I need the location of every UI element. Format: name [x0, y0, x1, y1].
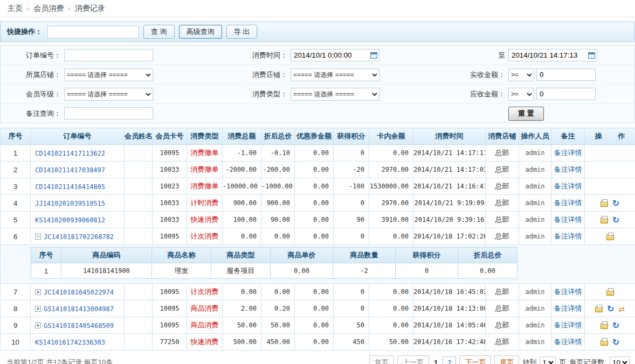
sub-cell-2: 理发 [152, 263, 211, 279]
consume-shop: 总部 [486, 178, 519, 195]
undo-consume-icon[interactable]: ↻ [612, 217, 619, 223]
to-label: 至 [459, 51, 508, 60]
points-earned: -100 [334, 178, 369, 195]
order-no-link[interactable]: CD1410211417113622 [35, 150, 105, 157]
order-no-link[interactable]: JJ1410201039510515 [35, 200, 105, 207]
quick-search-input[interactable] [47, 26, 139, 38]
sub-cell-7: 0.00 [458, 263, 517, 279]
calendar-icon[interactable] [588, 52, 595, 59]
member-card-no: 10095 [153, 284, 187, 300]
collapse-toggle[interactable]: − [35, 234, 41, 240]
pager: 首页 上一页 1 2 下一页 尾页 转到 1 页 每页记录数: 10 [369, 355, 630, 364]
member-level-select[interactable]: ===== 请选择 ===== [64, 88, 153, 101]
breadcrumb-member-consume[interactable]: 会员消费 [33, 4, 64, 13]
consume-shop-select[interactable]: ===== 请选择 ===== [291, 68, 379, 81]
print-icon[interactable] [595, 306, 603, 312]
remark-detail-link[interactable]: 备注详情 [554, 182, 582, 190]
undo-consume-icon[interactable]: ↻ [607, 306, 614, 312]
table-row: 1CD141021141711362210095消费撤单-1.00-0.100.… [1, 145, 635, 162]
reset-button[interactable]: 重 置 [508, 107, 544, 121]
order-no-link[interactable]: KS1410200939060812 [35, 216, 105, 224]
order-no-link[interactable]: GS1410181413004987 [44, 305, 114, 313]
page-link-2[interactable]: 2 [443, 356, 456, 364]
order-no-link[interactable]: GS1410181405468509 [44, 322, 114, 330]
order-no-link[interactable]: JC1410181702268782 [44, 233, 114, 241]
operator: admin [519, 317, 551, 334]
print-icon[interactable] [601, 201, 608, 207]
remark-detail-link[interactable]: 备注详情 [554, 199, 582, 207]
remark-detail-link[interactable]: 备注详情 [554, 149, 582, 157]
advanced-query-button[interactable]: 高级查询 [179, 25, 222, 39]
export-button[interactable]: 导 出 [226, 25, 258, 39]
remark-detail-link[interactable]: 备注详情 [554, 304, 582, 312]
sub-cell-6: 0 [396, 263, 458, 279]
goto-page-select[interactable]: 1 [540, 356, 556, 364]
operator: admin [519, 284, 551, 300]
order-no-label: 订单编号： [1, 51, 64, 60]
expand-toggle[interactable]: + [35, 306, 41, 312]
remark-cell: 备注详情 [551, 300, 585, 317]
query-button[interactable]: 查 询 [143, 25, 175, 39]
coupon-amount: 0.00 [295, 228, 334, 245]
consume-time: 2014/10/21 14:16:41 [413, 178, 486, 195]
actual-amount-op-select[interactable]: >= [508, 68, 534, 81]
undo-consume-icon[interactable]: ↻ [612, 323, 619, 329]
order-no-cell: +JC1410181645022974 [31, 284, 125, 300]
remark-query-input[interactable] [64, 107, 153, 120]
pagesize-select[interactable]: 10 [610, 356, 630, 364]
own-shop-select[interactable]: ===== 请选择 ===== [64, 68, 153, 81]
remark-cell: 备注详情 [551, 162, 585, 178]
row-no: 9 [1, 317, 31, 334]
return-goods-icon[interactable]: ⇄ [618, 306, 625, 312]
remark-detail-link[interactable]: 备注详情 [554, 232, 582, 240]
order-no-link[interactable]: CD1410211417038497 [35, 166, 105, 174]
coupon-amount: 0.00 [295, 178, 334, 195]
member-card-no: 10033 [153, 212, 187, 228]
receivable-amount-input[interactable] [536, 88, 596, 100]
prev-page-button[interactable]: 上一页 [397, 355, 429, 364]
order-no-link[interactable]: KS1410161742336303 [35, 339, 105, 346]
undo-consume-icon[interactable]: ↻ [612, 339, 619, 346]
consume-type: 计时消费 [187, 195, 223, 212]
sub-column-header-5: 商品数量 [333, 248, 396, 263]
last-page-button[interactable]: 尾页 [494, 355, 519, 364]
discounted-total: 450.00 [261, 334, 295, 351]
discounted-total: 0.00 [261, 284, 295, 300]
consume-type: 消费撤单 [187, 178, 223, 195]
order-no-input[interactable] [64, 49, 153, 61]
remark-detail-link[interactable]: 备注详情 [554, 321, 582, 329]
expand-toggle[interactable]: + [35, 289, 41, 295]
consume-time-to-input[interactable] [508, 49, 597, 61]
print-icon[interactable] [606, 234, 614, 240]
calendar-icon[interactable] [370, 52, 377, 59]
points-earned: -20 [334, 162, 369, 178]
remark-detail-link[interactable]: 备注详情 [554, 338, 582, 346]
remark-detail-link[interactable]: 备注详情 [554, 288, 582, 296]
member-name [125, 178, 153, 195]
remark-detail-link[interactable]: 备注详情 [554, 165, 582, 173]
print-icon[interactable] [601, 323, 608, 329]
undo-consume-icon[interactable]: ↻ [612, 200, 619, 207]
consume-type: 商品消费 [187, 317, 223, 334]
order-no-link[interactable]: CD1410211416414805 [35, 183, 105, 191]
first-page-button[interactable]: 首页 [369, 355, 394, 364]
print-icon[interactable] [601, 340, 608, 346]
print-icon[interactable] [601, 218, 608, 223]
column-header-5: 消费总额 [223, 128, 261, 145]
coupon-amount: 0.00 [295, 317, 334, 334]
print-icon[interactable] [606, 290, 614, 296]
consume-time-from-input[interactable] [291, 49, 379, 61]
operator: admin [519, 195, 551, 212]
receivable-amount-op-select[interactable]: >= [508, 88, 534, 101]
consume-time: 2014/10/18 16:45:02 [413, 284, 486, 300]
operator: admin [519, 300, 551, 317]
remark-detail-link[interactable]: 备注详情 [554, 215, 582, 223]
actual-amount-input[interactable] [536, 68, 596, 81]
consume-type-select[interactable]: ===== 请选择 ===== [291, 88, 379, 101]
next-page-button[interactable]: 下一页 [459, 355, 491, 364]
expand-toggle[interactable]: + [35, 323, 41, 328]
member-name [125, 334, 153, 351]
consume-total: 50.00 [223, 317, 261, 334]
breadcrumb-home[interactable]: 主页 [8, 4, 23, 13]
order-no-link[interactable]: JC1410181645022974 [44, 289, 114, 296]
